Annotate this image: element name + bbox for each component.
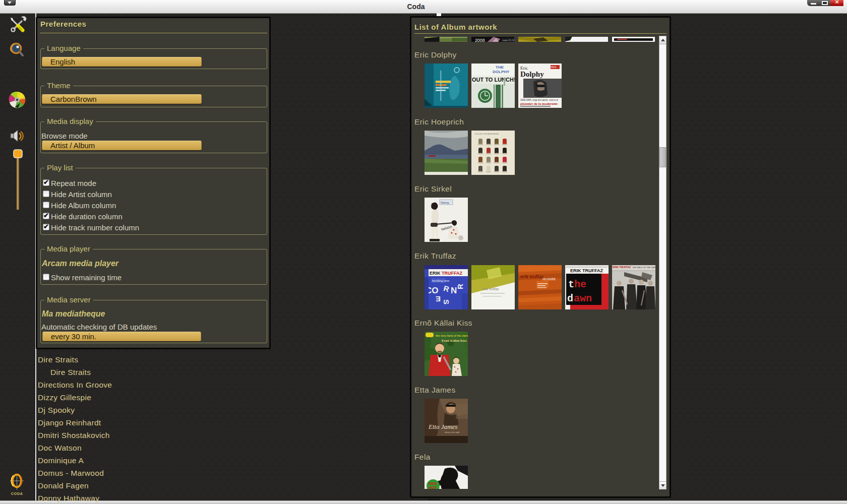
svg-text:DOLPHY: DOLPHY [493, 70, 510, 74]
svg-text:Etta James: Etta James [428, 423, 457, 430]
svg-text:d: d [567, 293, 573, 304]
svg-text:1928-1964, vingt ans apres, vo: 1928-1964, vingt ans apres, voici a re [520, 99, 559, 101]
svg-text:ERIK TRUFFAZ: ERIK TRUFFAZ [613, 266, 631, 269]
svg-text:the very best of his clarinet: the very best of his clarinet [436, 334, 468, 337]
svg-text:E: E [436, 295, 441, 303]
svg-text:HOT: HOT [429, 485, 437, 489]
svg-text:awn: awn [574, 293, 592, 304]
svg-text:S: S [442, 299, 451, 304]
svg-text:Dolphy: Dolphy [520, 70, 544, 78]
svg-text:august 25, 2008: august 25, 2008 [502, 39, 514, 41]
svg-text:THE WALK OF THE GIANT TURTLE: THE WALK OF THE GIANT TURTLE [632, 266, 655, 269]
svg-text:ERIK TRUFFAZ: ERIK TRUFFAZ [570, 268, 603, 273]
svg-text:erik truffaz: erik truffaz [482, 287, 499, 291]
svg-text:Swing: Swing [441, 201, 449, 204]
svg-text:ERIK: ERIK [430, 271, 441, 276]
svg-text:deep in the night: deep in the night [445, 431, 460, 433]
svg-text:R: R [456, 284, 464, 289]
svg-text:TRUFFAZ: TRUFFAZ [442, 271, 462, 276]
svg-text:OUT TO LUNCH!: OUT TO LUNCH! [472, 77, 515, 83]
svg-text:CODA: CODA [11, 491, 23, 496]
svg-text:RVG: RVG [551, 66, 557, 69]
svg-text:pionnier de la modernité: pionnier de la modernité [520, 102, 558, 106]
svg-text:bending new: bending new [432, 279, 450, 282]
svg-text:2008: 2008 [475, 38, 485, 42]
svg-text:t: t [568, 279, 574, 290]
svg-text:erik truffaz: erik truffaz [520, 274, 544, 279]
svg-text:THE: THE [496, 65, 504, 70]
svg-text:he: he [574, 279, 586, 290]
svg-text:COLLECTION A MUSEUM: COLLECTION A MUSEUM [474, 133, 499, 135]
svg-text:Ernő Kállai Kiss: Ernő Kállai Kiss [442, 339, 467, 343]
